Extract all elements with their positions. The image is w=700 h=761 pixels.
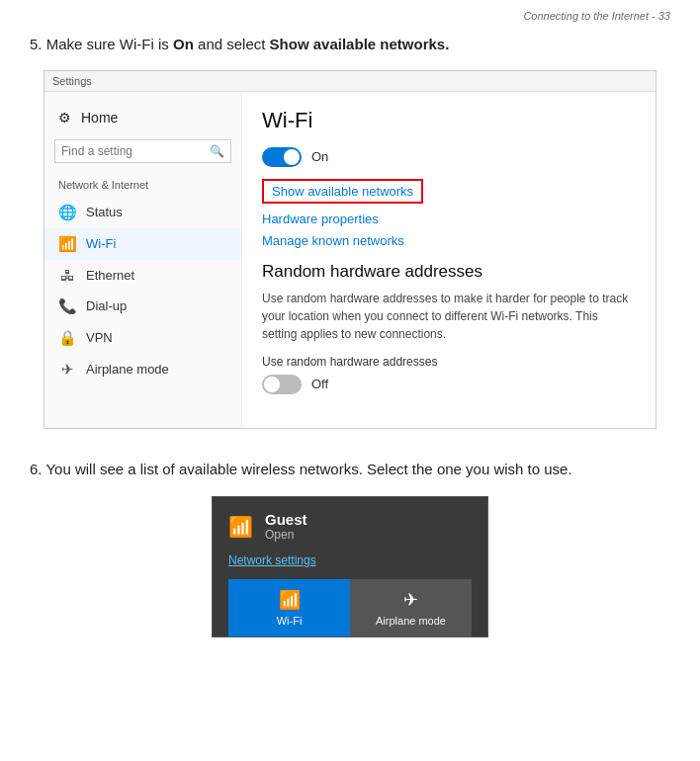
airplane-quick-label: Airplane mode [376,615,446,627]
sidebar-item-label: Dial-up [86,298,127,313]
random-toggle-off[interactable] [262,375,302,394]
settings-sidebar: ⚙ Home 🔍 Network & Internet 🌐 Status 📶 W… [44,92,242,428]
step5-bold1: On [173,36,194,52]
step5-bold2: Show available networks. [270,36,450,52]
sidebar-item-label: Ethernet [86,268,134,283]
network-wifi-icon: 📶 [228,515,253,539]
airplane-icon: ✈ [58,361,76,379]
find-setting-input[interactable] [61,144,180,158]
step5-text: 5. Make sure Wi-Fi is On and select Show… [30,34,670,56]
sidebar-item-label: Airplane mode [86,362,169,377]
settings-titlebar: Settings [44,71,656,92]
sidebar-home[interactable]: ⚙ Home [44,102,241,133]
wifi-toggle-on[interactable] [262,147,302,167]
wifi-quick-button[interactable]: 📶 Wi-Fi [228,579,350,636]
settings-content: Wi-Fi On Show available networks Hardwar… [242,92,656,428]
home-icon: ⚙ [58,110,71,126]
status-icon: 🌐 [58,204,76,221]
airplane-quick-button[interactable]: ✈ Airplane mode [350,579,472,636]
network-name: Guest [265,511,307,528]
vpn-icon: 🔒 [58,329,76,347]
random-label: Use random hardware addresses [262,355,636,369]
wifi-toggle-label: On [311,149,328,164]
step5-mid: and select [194,36,270,52]
wifi-quick-label: Wi-Fi [277,615,303,627]
network-popup: 📶 Guest Open Network settings 📶 Wi-Fi ✈ … [212,496,488,637]
airplane-quick-icon: ✈ [403,589,418,611]
sidebar-section-label: Network & Internet [44,173,241,197]
random-toggle-label: Off [311,377,328,391]
sidebar-item-airplane[interactable]: ✈ Airplane mode [44,354,241,385]
network-buttons-row: 📶 Wi-Fi ✈ Airplane mode [228,579,472,636]
sidebar-item-dialup[interactable]: 📞 Dial-up [44,291,241,322]
sidebar-item-label: VPN [86,330,113,345]
hardware-properties-link[interactable]: Hardware properties [262,211,636,226]
wifi-quick-icon: 📶 [279,589,301,611]
wifi-toggle-row: On [262,147,636,167]
settings-body: ⚙ Home 🔍 Network & Internet 🌐 Status 📶 W… [44,92,656,428]
show-available-networks-button[interactable]: Show available networks [262,179,423,204]
dialup-icon: 📞 [58,297,76,315]
page-header: Connecting to the Internet - 33 [30,10,670,22]
network-status: Open [265,528,307,542]
sidebar-item-label: Status [86,205,123,219]
network-item-guest[interactable]: 📶 Guest Open [228,511,472,542]
sidebar-item-status[interactable]: 🌐 Status [44,197,241,228]
network-settings-link[interactable]: Network settings [228,553,472,567]
sidebar-home-label: Home [81,110,118,126]
step6-text: 6. You will see a list of available wire… [30,459,670,481]
random-hardware-heading: Random hardware addresses [262,262,636,282]
random-hardware-desc: Use random hardware addresses to make it… [262,290,636,343]
sidebar-item-wifi[interactable]: 📶 Wi-Fi [44,228,241,260]
wifi-icon: 📶 [58,235,76,253]
wifi-title: Wi-Fi [262,108,636,133]
sidebar-search-box[interactable]: 🔍 [54,139,231,163]
step5-prefix: 5. Make sure Wi-Fi is [30,36,173,52]
search-icon: 🔍 [210,144,224,158]
manage-networks-link[interactable]: Manage known networks [262,233,636,248]
sidebar-item-vpn[interactable]: 🔒 VPN [44,322,241,354]
sidebar-item-ethernet[interactable]: 🖧 Ethernet [44,260,241,291]
sidebar-item-label: Wi-Fi [86,236,116,251]
random-toggle-row: Off [262,375,636,394]
ethernet-icon: 🖧 [58,267,76,284]
network-info: Guest Open [265,511,307,542]
settings-window: Settings ⚙ Home 🔍 Network & Internet 🌐 S… [44,70,656,429]
